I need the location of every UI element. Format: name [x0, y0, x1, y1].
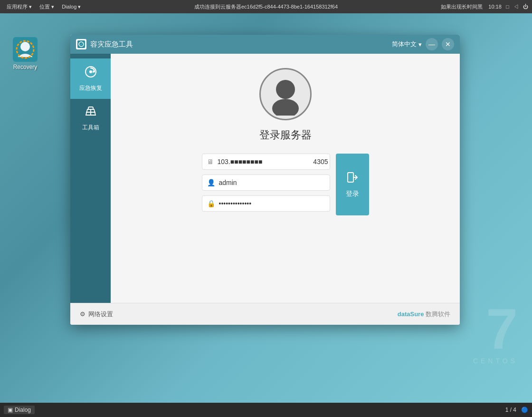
server-icon: 🖥 [207, 158, 214, 165]
language-label: 简体中文 [392, 40, 417, 48]
dialog-body: 应急恢复 工具箱 [70, 54, 460, 303]
system-bar: 应用程序 ▾ 位置 ▾ Dialog ▾ 成功连接到云服务器ec16d2f5-c… [0, 0, 532, 13]
connection-message: 成功连接到云服务器ec16d2f5-c844-4473-8be1-1641583… [194, 3, 338, 10]
username-row: 👤 [202, 175, 330, 191]
username-input[interactable] [219, 179, 325, 186]
page-info: 1 / 4 [505, 407, 516, 413]
svg-rect-10 [348, 173, 353, 182]
server-port-input[interactable] [304, 158, 328, 165]
toolbox-icon [85, 106, 97, 121]
gear-icon: ⚙ [80, 310, 86, 318]
server-ip-row: 🖥 [202, 154, 330, 170]
taskbar: ▣ Dialog 1 / 4 🔵 [0, 403, 532, 417]
brand-subtitle: 数腾软件 [426, 310, 450, 318]
desktop-icon-label: Recovery [13, 64, 38, 70]
password-input[interactable] [219, 200, 325, 207]
brand-logo: dataSure 数腾软件 [398, 310, 450, 319]
dialog-window: 容灾应急工具 简体中文 ▾ — ✕ [70, 35, 460, 325]
user-icon: 👤 [207, 179, 215, 186]
system-bar-right-area: 如果出现长时间黑 10:18 □ ◁ ⏻ [441, 3, 528, 10]
login-icon [346, 171, 359, 187]
login-title: 登录服务器 [259, 128, 312, 142]
taskbar-item-icon: ▣ [8, 407, 13, 413]
network-settings-label: 网络设置 [88, 310, 113, 319]
server-ip-input[interactable] [218, 158, 301, 165]
centos-number: 7 [486, 300, 518, 357]
sidebar-label-emergency-recovery: 应急恢复 [79, 84, 102, 92]
brand-name: dataSure [398, 310, 424, 318]
applications-menu[interactable]: 应用程序 ▾ [4, 2, 35, 11]
right-message: 如果出现长时间黑 [441, 4, 483, 10]
places-menu[interactable]: 位置 ▾ [37, 2, 57, 11]
sidebar-item-emergency-recovery[interactable]: 应急恢复 [70, 58, 111, 99]
recovery-icon [13, 37, 38, 62]
dialog-footer: ⚙ 网络设置 dataSure 数腾软件 [70, 303, 460, 325]
svg-point-1 [20, 42, 30, 51]
password-row: 🔒 [202, 195, 330, 212]
user-avatar [259, 68, 312, 120]
svg-point-5 [89, 70, 92, 73]
taskbar-left: ▣ Dialog [4, 406, 35, 414]
emergency-recovery-icon [84, 65, 97, 81]
taskbar-right: 1 / 4 🔵 [505, 407, 528, 413]
login-form: 🖥 👤 🔒 [202, 154, 369, 215]
network-settings-button[interactable]: ⚙ 网络设置 [80, 310, 113, 319]
lang-dropdown-icon: ▾ [418, 41, 422, 48]
desktop-icon-recovery[interactable]: Recovery [9, 37, 42, 70]
dialog-app-icon [76, 39, 86, 49]
taskbar-item-dialog[interactable]: ▣ Dialog [4, 406, 35, 414]
minimize-button[interactable]: — [426, 38, 438, 50]
centos-watermark: 7 CENTOS [473, 300, 518, 365]
close-button[interactable]: ✕ [442, 38, 454, 50]
dialog-titlebar: 容灾应急工具 简体中文 ▾ — ✕ [70, 35, 460, 54]
dialog-title-left: 容灾应急工具 [76, 39, 133, 49]
form-fields: 🖥 👤 🔒 [202, 154, 330, 212]
svg-point-9 [272, 99, 299, 116]
centos-text: CENTOS [473, 357, 518, 365]
system-bar-left: 应用程序 ▾ 位置 ▾ Dialog ▾ [4, 2, 84, 11]
dialog-title-right: 简体中文 ▾ — ✕ [392, 38, 454, 50]
login-button-label: 登录 [346, 190, 359, 198]
dialog-title-text: 容灾应急工具 [90, 40, 133, 49]
taskbar-item-label: Dialog [15, 407, 31, 413]
svg-point-8 [276, 80, 295, 99]
system-time: 10:18 [488, 4, 502, 10]
sidebar-item-toolbox[interactable]: 工具箱 [70, 99, 111, 138]
sidebar: 应急恢复 工具箱 [70, 54, 111, 303]
language-selector[interactable]: 简体中文 ▾ [392, 40, 422, 48]
login-button[interactable]: 登录 [336, 154, 369, 215]
desktop: Recovery 7 CENTOS ↖ 容灾应急工具 简 [0, 13, 532, 403]
sidebar-label-toolbox: 工具箱 [82, 124, 99, 132]
lock-icon: 🔒 [207, 200, 215, 207]
dialog-menu[interactable]: Dialog ▾ [59, 3, 84, 11]
main-content: 登录服务器 🖥 👤 [111, 54, 460, 303]
